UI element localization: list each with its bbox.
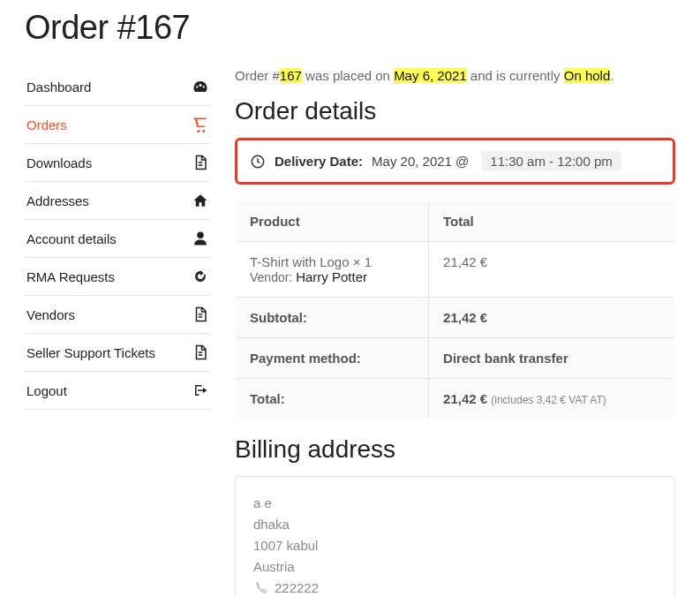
user-icon bbox=[192, 230, 208, 246]
payment-label: Payment method: bbox=[236, 338, 429, 379]
sidebar-item-dashboard[interactable]: Dashboard bbox=[25, 68, 210, 106]
order-details-heading: Order details bbox=[235, 97, 675, 125]
delivery-date-box: Delivery Date: May 20, 2021 @ 11:30 am -… bbox=[235, 138, 675, 185]
sidebar-item-account[interactable]: Account details bbox=[25, 220, 210, 258]
billing-phone: 222222 bbox=[275, 578, 319, 597]
home-icon bbox=[192, 193, 208, 208]
sidebar-item-label: Orders bbox=[26, 117, 67, 132]
order-num-highlight: 167 bbox=[280, 68, 302, 83]
order-state-highlight: On hold bbox=[564, 68, 611, 83]
billing-street: dhaka bbox=[253, 514, 657, 535]
product-name: T-Shirt with Logo bbox=[250, 254, 353, 269]
main-content: Order #167 was placed on May 6, 2021 and… bbox=[235, 68, 675, 597]
th-total: Total bbox=[429, 201, 675, 242]
sidebar-item-label: Dashboard bbox=[26, 79, 91, 94]
billing-name: a e bbox=[253, 493, 657, 514]
file-icon bbox=[192, 344, 208, 360]
sidebar-item-rma[interactable]: RMA Requests bbox=[25, 258, 210, 296]
sidebar-item-label: Downloads bbox=[26, 155, 92, 170]
billing-country: Austria bbox=[253, 556, 657, 578]
cart-icon bbox=[192, 117, 208, 132]
file-icon bbox=[192, 306, 208, 322]
gauge-icon bbox=[192, 79, 208, 94]
logout-icon bbox=[192, 382, 208, 398]
delivery-time: 11:30 am - 12:00 pm bbox=[481, 151, 621, 171]
payment-value: Direct bank transfer bbox=[429, 338, 675, 379]
account-nav: Dashboard Orders Downloads Addresses Acc… bbox=[25, 68, 210, 410]
order-items-table: Product Total T-Shirt with Logo × 1 Vend… bbox=[235, 200, 675, 419]
page-title: Order #167 bbox=[25, 9, 675, 47]
delivery-label: Delivery Date: bbox=[275, 154, 363, 169]
product-qty: × 1 bbox=[353, 254, 372, 269]
th-product: Product bbox=[236, 201, 429, 242]
sidebar-item-tickets[interactable]: Seller Support Tickets bbox=[25, 334, 210, 372]
sidebar-item-logout[interactable]: Logout bbox=[25, 372, 210, 410]
sidebar-item-addresses[interactable]: Addresses bbox=[25, 182, 210, 220]
delivery-date: May 20, 2021 @ bbox=[372, 154, 469, 169]
refresh-icon bbox=[192, 268, 208, 284]
table-row: T-Shirt with Logo × 1 Vendor: Harry Pott… bbox=[236, 242, 675, 298]
file-icon bbox=[192, 155, 208, 170]
vendor-label: Vendor: bbox=[250, 270, 296, 284]
sidebar-item-label: RMA Requests bbox=[26, 269, 115, 284]
sidebar-item-downloads[interactable]: Downloads bbox=[25, 144, 210, 182]
billing-heading: Billing address bbox=[235, 435, 675, 464]
clock-icon bbox=[250, 154, 266, 170]
vendor-name: Harry Potter bbox=[296, 269, 367, 284]
sidebar-item-label: Seller Support Tickets bbox=[26, 345, 155, 360]
billing-address: a e dhaka 1007 kabul Austria 222222 dev-… bbox=[235, 476, 675, 597]
sidebar-item-orders[interactable]: Orders bbox=[25, 106, 210, 144]
subtotal-value: 21,42 € bbox=[429, 298, 675, 338]
sidebar-item-label: Vendors bbox=[26, 307, 75, 322]
total-value: 21,42 € bbox=[443, 391, 491, 406]
billing-city: 1007 kabul bbox=[253, 535, 657, 556]
order-status: Order #167 was placed on May 6, 2021 and… bbox=[235, 68, 675, 83]
sidebar-item-label: Addresses bbox=[26, 193, 89, 208]
phone-icon bbox=[253, 581, 267, 595]
subtotal-label: Subtotal: bbox=[236, 298, 429, 338]
order-date-highlight: May 6, 2021 bbox=[394, 68, 467, 83]
line-total: 21,42 € bbox=[429, 242, 675, 298]
sidebar-item-label: Logout bbox=[26, 383, 67, 398]
sidebar-item-vendors[interactable]: Vendors bbox=[25, 296, 210, 334]
total-label: Total: bbox=[236, 379, 429, 419]
vat-note: (includes 3,42 € VAT AT) bbox=[491, 394, 606, 406]
sidebar-item-label: Account details bbox=[26, 231, 117, 246]
